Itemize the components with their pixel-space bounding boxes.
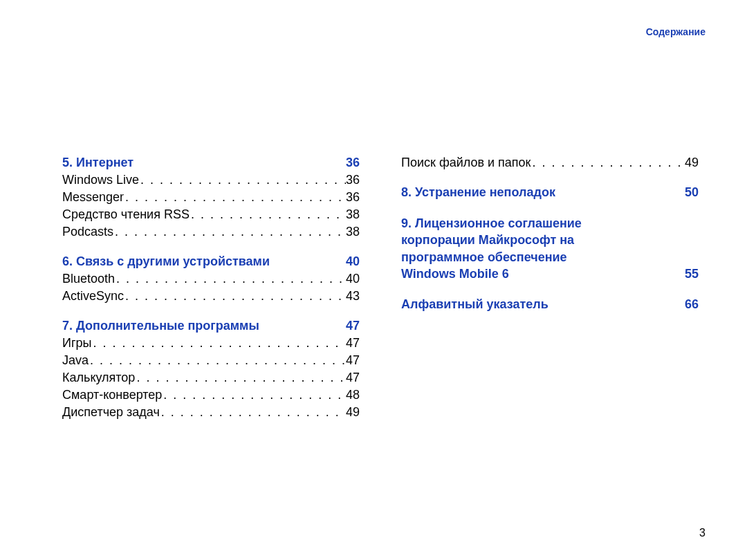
toc-entry-page: 38 (346, 207, 360, 222)
toc-columns: 5. Интернет36Windows Live36Messenger36Ср… (62, 156, 706, 422)
toc-chapter-title: 8. Устранение неполадок (401, 185, 555, 200)
toc-chapter-title-line: корпорации Майкрософт на (401, 232, 699, 248)
toc-leader-dots (162, 388, 346, 402)
toc-entry[interactable]: Смарт-конвертер48 (62, 388, 360, 402)
toc-leader-dots (135, 371, 346, 385)
toc-entry-page: 47 (346, 371, 360, 385)
toc-chapter-page: 40 (339, 254, 360, 269)
toc-chapter-multiline[interactable]: 9. Лицензионное соглашениекорпорации Май… (401, 215, 699, 282)
toc-entry[interactable]: Игры47 (62, 336, 360, 351)
toc-chapter-page: 50 (678, 185, 699, 200)
toc-chapter-title: Алфавитный указатель (401, 297, 548, 312)
toc-entry[interactable]: Messenger36 (62, 190, 360, 205)
toc-entry-page: 38 (346, 225, 360, 239)
toc-entry[interactable]: Диспетчер задач49 (62, 405, 360, 420)
toc-column-left: 5. Интернет36Windows Live36Messenger36Ср… (62, 156, 360, 422)
toc-leader-dots (89, 353, 346, 368)
toc-chapter[interactable]: Алфавитный указатель66 (401, 297, 699, 312)
toc-chapter-title: 5. Интернет (62, 156, 133, 170)
toc-entry-page: 49 (685, 156, 699, 170)
toc-entry[interactable]: Bluetooth40 (62, 272, 360, 286)
page-number: 3 (699, 527, 706, 539)
toc-entry-label: Диспетчер задач (62, 405, 160, 420)
toc-entry-page: 47 (346, 336, 360, 351)
toc-entry-label: Bluetooth (62, 272, 115, 286)
toc-leader-dots (139, 173, 346, 187)
toc-entry-label: Messenger (62, 190, 124, 205)
toc-entry-page: 43 (346, 289, 360, 304)
toc-entry-label: Podcasts (62, 225, 113, 239)
toc-entry-page: 47 (346, 353, 360, 368)
toc-chapter-title-line: программное обеспечение (401, 249, 699, 265)
toc-chapter-title-line: 9. Лицензионное соглашение (401, 215, 699, 232)
toc-leader-dots (115, 272, 346, 286)
toc-entry[interactable]: Средство чтения RSS38 (62, 207, 360, 222)
toc-chapter-title: 6. Связь с другими устройствами (62, 254, 270, 269)
toc-entry[interactable]: Поиск файлов и папок49 (401, 156, 699, 170)
toc-leader-dots (190, 207, 346, 222)
toc-chapter-title-line: Windows Mobile 6 (401, 265, 509, 282)
toc-entry-label: Игры (62, 336, 91, 351)
toc-chapter[interactable]: 5. Интернет36 (62, 156, 360, 170)
toc-entry-label: Поиск файлов и папок (401, 156, 531, 170)
toc-entry-page: 49 (346, 405, 360, 420)
toc-entry[interactable]: Windows Live36 (62, 173, 360, 187)
toc-chapter-page: 36 (339, 156, 360, 170)
toc-entry-label: Средство чтения RSS (62, 207, 190, 222)
toc-entry[interactable]: Калькулятор47 (62, 371, 360, 385)
toc-chapter[interactable]: 7. Дополнительные программы47 (62, 319, 360, 333)
toc-leader-dots (113, 225, 346, 239)
toc-entry-page: 40 (346, 272, 360, 286)
toc-entry[interactable]: Podcasts38 (62, 225, 360, 239)
toc-entry-label: Windows Live (62, 173, 139, 187)
toc-chapter[interactable]: 6. Связь с другими устройствами40 (62, 254, 360, 269)
toc-leader-dots (531, 156, 684, 170)
running-header: Содержание (646, 26, 706, 37)
toc-leader-dots (124, 289, 346, 304)
toc-leader-dots (124, 190, 346, 205)
toc-entry[interactable]: ActiveSync43 (62, 289, 360, 304)
toc-entry-label: Калькулятор (62, 371, 135, 385)
toc-chapter-page: 47 (339, 319, 360, 333)
toc-entry-page: 36 (346, 190, 360, 205)
document-page: Содержание 5. Интернет36Windows Live36Me… (0, 0, 747, 560)
toc-entry-label: Смарт-конвертер (62, 388, 162, 402)
toc-leader-dots (91, 336, 346, 351)
toc-entry[interactable]: Java47 (62, 353, 360, 368)
toc-entry-label: Java (62, 353, 89, 368)
toc-chapter-title: 7. Дополнительные программы (62, 319, 259, 333)
toc-chapter[interactable]: 8. Устранение неполадок50 (401, 185, 699, 200)
toc-entry-label: ActiveSync (62, 289, 124, 304)
toc-chapter-page: 66 (678, 297, 699, 312)
toc-chapter-page: 55 (678, 265, 699, 282)
toc-entry-page: 48 (346, 388, 360, 402)
toc-column-right: Поиск файлов и папок498. Устранение непо… (401, 156, 699, 422)
toc-leader-dots (160, 405, 346, 420)
toc-entry-page: 36 (346, 173, 360, 187)
